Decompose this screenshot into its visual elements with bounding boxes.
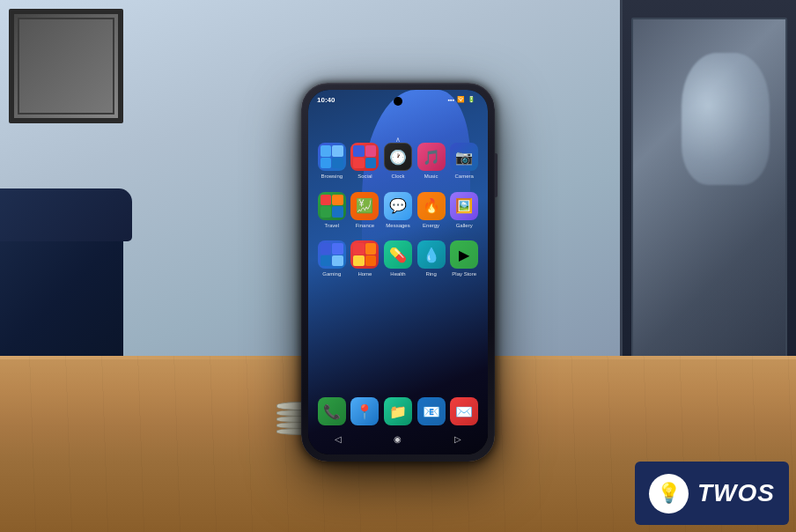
app-label-camera: Camera [455,174,474,180]
app-grid: Browsing Social [308,143,488,290]
dock-row: 📞 📍 📁 📧 ✉️ [315,397,481,428]
app-icon-maps: 📍 [350,397,379,425]
app-item-music[interactable]: 🎵 Music [416,143,447,180]
status-time: 10:40 [317,96,335,104]
app-item-home[interactable]: Home [349,240,380,277]
app-icon-social [350,143,379,171]
twos-brand-text: TWOS [697,479,775,507]
app-item-gallery[interactable]: 🖼️ Gallery [448,192,480,229]
app-icon-messages: 💬 [384,192,412,220]
app-label-playstore: Play Store [452,271,476,277]
dock-item-files[interactable]: 📁 [382,397,414,428]
app-row-1: Browsing Social [315,143,481,180]
battery-icon: 🔋 [468,96,475,103]
signal-icon: ▪▪▪ [448,97,454,103]
app-icon-health: 💊 [384,240,412,269]
app-item-social[interactable]: Social [349,143,380,180]
app-icon-playstore: ▶ [450,240,478,269]
app-icon-phone-call: 📞 [318,397,346,425]
app-icon-files: 📁 [384,397,412,425]
phone: 10:40 ▪▪▪ 🛜 🔋 ∧ [301,83,495,462]
app-icon-gaming [318,240,346,269]
phone-body: 10:40 ▪▪▪ 🛜 🔋 ∧ [301,83,495,462]
app-label-gallery: Gallery [456,223,473,229]
app-item-health[interactable]: 💊 Health [382,240,414,277]
app-icon-camera: 📷 [450,143,478,171]
app-item-gaming[interactable]: Gaming [316,240,348,277]
picture-frame [9,9,123,123]
vase-decor [682,53,770,185]
app-item-browsing[interactable]: Browsing [316,143,348,180]
twos-logo-icon: 💡 [657,482,681,505]
app-icon-music: 🎵 [417,143,446,171]
app-label-travel: Travel [325,223,339,229]
app-item-playstore[interactable]: ▶ Play Store [448,240,480,277]
app-label-gaming: Gaming [322,271,341,277]
app-item-ring[interactable]: 💧 Ring [416,240,447,277]
twos-logo: 💡 [649,474,689,514]
phone-screen: 10:40 ▪▪▪ 🛜 🔋 ∧ [308,90,488,454]
nav-back-button[interactable]: ◁ [335,434,342,444]
app-item-travel[interactable]: Travel [316,192,348,229]
scene: 10:40 ▪▪▪ 🛜 🔋 ∧ [0,0,796,532]
wifi-icon: 🛜 [457,96,465,103]
navigation-bar: ◁ ◉ ▷ [308,430,488,447]
app-label-home: Home [357,271,372,277]
app-label-energy: Energy [423,223,439,229]
app-icon-energy: 🔥 [417,192,446,220]
dock-item-gmail[interactable]: ✉️ [448,397,480,428]
dock-item-maps[interactable]: 📍 [349,397,380,428]
app-icon-clock: 🕐 [384,143,412,171]
app-row-3: Gaming Home [315,240,481,277]
nav-home-button[interactable]: ◉ [394,434,402,444]
app-icon-gmail: ✉️ [450,397,478,425]
app-item-energy[interactable]: 🔥 Energy [416,192,447,229]
twos-watermark[interactable]: 💡 TWOS [635,462,789,525]
status-bar: 10:40 ▪▪▪ 🛜 🔋 [308,90,488,109]
app-icon-ring: 💧 [417,240,446,269]
app-icon-travel [318,192,346,220]
cabinet [620,0,796,379]
app-item-messages[interactable]: 💬 Messages [382,192,414,229]
nav-recents-button[interactable]: ▷ [454,434,461,444]
app-label-messages: Messages [386,223,409,229]
app-icon-browsing [318,143,346,171]
app-row-2: Travel 💹 Finance 💬 Messages 🔥 Energ [315,192,481,229]
dock-item-phone[interactable]: 📞 [316,397,348,428]
status-icons: ▪▪▪ 🛜 🔋 [448,96,475,103]
app-label-browsing: Browsing [321,174,343,180]
app-icon-finance: 💹 [350,192,379,220]
app-item-clock[interactable]: 🕐 Clock [382,143,414,180]
app-label-finance: Finance [356,223,374,229]
app-label-clock: Clock [391,174,404,180]
app-icon-home [350,240,379,269]
app-label-ring: Ring [425,271,436,277]
dock-item-outlook[interactable]: 📧 [416,397,447,428]
app-item-finance[interactable]: 💹 Finance [349,192,380,229]
app-icon-gallery: 🖼️ [450,192,478,220]
app-icon-outlook: 📧 [417,397,446,425]
app-item-camera[interactable]: 📷 Camera [448,143,480,180]
app-label-health: Health [390,271,405,277]
app-dock: 📞 📍 📁 📧 ✉️ [308,397,488,428]
app-label-music: Music [424,174,439,180]
app-label-social: Social [357,174,372,180]
